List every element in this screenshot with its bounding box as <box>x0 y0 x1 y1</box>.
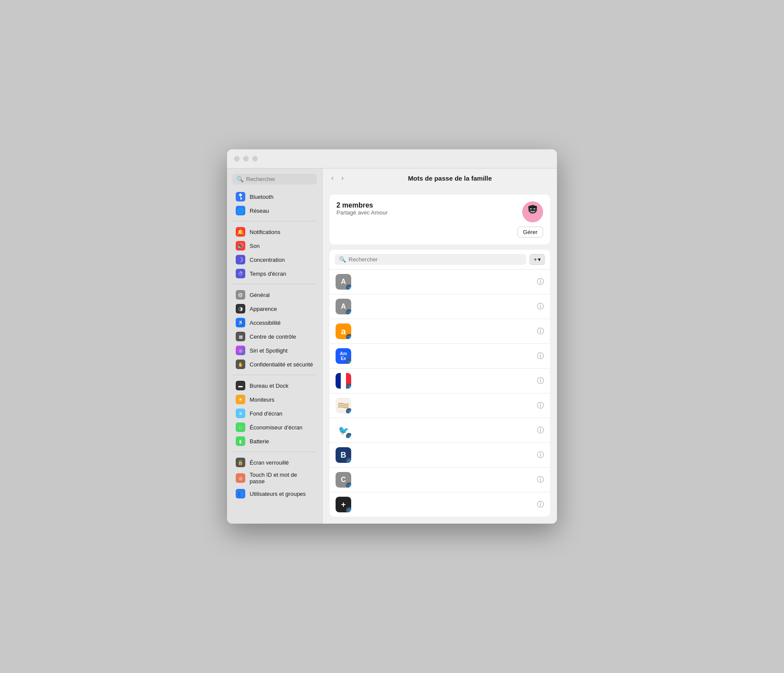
passwords-search-input[interactable] <box>349 256 522 263</box>
info-button[interactable]: ⓘ <box>537 376 544 386</box>
sidebar-item-accessibilite[interactable]: ♿ Accessibilité <box>230 316 320 330</box>
shared-badge: 👥 <box>346 359 351 364</box>
add-password-button[interactable]: + ▾ <box>530 254 545 265</box>
info-button[interactable]: ⓘ <box>537 277 544 287</box>
info-button[interactable]: ⓘ <box>537 475 544 485</box>
siri-icon: ◎ <box>236 346 245 355</box>
concentration-icon: ☽ <box>236 255 245 264</box>
sidebar-item-bureau-dock[interactable]: ▬ Bureau et Dock <box>230 379 320 393</box>
sidebar-search-container: 🔍 <box>227 174 322 189</box>
traffic-lights <box>234 156 258 162</box>
sidebar-section-security: 🔒 Écran verrouillé ◎ Touch ID et mot de … <box>227 455 322 501</box>
content-body: 2 membres Partagé avec Amour <box>323 188 557 524</box>
sidebar-item-siri[interactable]: ◎ Siri et Spotlight <box>230 343 320 357</box>
app-icon-wrap: 👥 <box>336 373 351 389</box>
list-item: C 👥 ⓘ <box>329 468 550 492</box>
content-area: ‹ › Mots de passe de la famille 2 membre… <box>323 168 557 524</box>
fullscreen-button[interactable] <box>252 156 258 162</box>
sidebar-item-batterie[interactable]: ▮ Batterie <box>230 434 320 448</box>
main-layout: 🔍 Bluetooth 🌐 Réseau <box>227 168 557 524</box>
back-button[interactable]: ‹ <box>329 173 335 183</box>
centre-controle-icon: ▦ <box>236 332 245 341</box>
close-button[interactable] <box>234 156 240 162</box>
sidebar-item-label: Siri et Spotlight <box>250 347 287 354</box>
forward-button[interactable]: › <box>339 173 345 183</box>
info-button[interactable]: ⓘ <box>537 451 544 460</box>
info-button[interactable]: ⓘ <box>537 352 544 361</box>
sidebar-item-utilisateurs[interactable]: 👥 Utilisateurs et groupes <box>230 487 320 501</box>
passwords-search-box[interactable]: 🔍 <box>335 254 526 265</box>
info-button[interactable]: ⓘ <box>537 426 544 435</box>
divider-4 <box>232 452 317 452</box>
list-item: B 👥 ⓘ <box>329 443 550 468</box>
members-subtitle: Partagé avec Amour <box>336 209 388 216</box>
sidebar-item-label: Accessibilité <box>250 320 281 326</box>
sidebar-section-preferences: ⚙ Général ◑ Apparence ♿ Accessibilité ▦ … <box>227 287 322 372</box>
list-item: 🐦 👥 ⓘ <box>329 418 550 443</box>
sidebar-item-centre-controle[interactable]: ▦ Centre de contrôle <box>230 330 320 343</box>
sidebar-item-economiseur[interactable]: □ Économiseur d'écran <box>230 420 320 434</box>
touch-id-icon: ◎ <box>236 473 245 483</box>
sidebar-item-fond-ecran[interactable]: ❈ Fond d'écran <box>230 406 320 420</box>
sidebar-item-son[interactable]: 🔊 Son <box>230 239 320 253</box>
minimize-button[interactable] <box>243 156 249 162</box>
list-item: AmEx 👥 ⓘ <box>329 344 550 369</box>
ecran-verrouille-icon: 🔒 <box>236 458 245 467</box>
search-icon: 🔍 <box>339 256 346 263</box>
info-button[interactable]: ⓘ <box>537 500 544 509</box>
confidentialite-icon: ✋ <box>236 360 245 369</box>
titlebar <box>227 149 557 168</box>
sidebar-item-confidentialite[interactable]: ✋ Confidentialité et sécurité <box>230 357 320 371</box>
sidebar-item-label: Bluetooth <box>250 194 273 200</box>
sidebar-item-concentration[interactable]: ☽ Concentration <box>230 253 320 267</box>
page-title: Mots de passe de la famille <box>350 175 550 182</box>
list-item: 👥 ⓘ <box>329 393 550 418</box>
bureau-dock-icon: ▬ <box>236 381 245 390</box>
sidebar-item-apparence[interactable]: ◑ Apparence <box>230 302 320 316</box>
sidebar-item-reseau[interactable]: 🌐 Réseau <box>230 204 320 218</box>
info-button[interactable]: ⓘ <box>537 327 544 336</box>
sidebar-item-touch-id[interactable]: ◎ Touch ID et mot de passe <box>230 469 320 487</box>
gerer-button[interactable]: Gérer <box>517 227 543 238</box>
sidebar-item-label: Touch ID et mot de passe <box>250 472 313 485</box>
window: 🔍 Bluetooth 🌐 Réseau <box>227 149 557 524</box>
apparence-icon: ◑ <box>236 304 245 313</box>
notifications-icon: 🔔 <box>236 227 245 237</box>
shared-badge: 👥 <box>346 507 351 512</box>
sidebar-section-system: 🔔 Notifications 🔊 Son ☽ Concentration ⏱ … <box>227 224 322 281</box>
app-icon-wrap: A 👥 <box>336 299 351 314</box>
avatar <box>522 201 543 222</box>
sidebar-item-notifications[interactable]: 🔔 Notifications <box>230 225 320 239</box>
app-icon-wrap: B 👥 <box>336 447 351 463</box>
app-icon-wrap: 🐦 👥 <box>336 422 351 438</box>
sidebar-item-bluetooth[interactable]: Bluetooth <box>230 190 320 204</box>
accessibilite-icon: ♿ <box>236 318 245 327</box>
shared-badge: 👥 <box>346 458 351 463</box>
shared-badge: 👥 <box>346 383 351 389</box>
sidebar-item-moniteurs[interactable]: ☀ Moniteurs <box>230 393 320 406</box>
list-item: a 👥 ⓘ <box>329 319 550 344</box>
batterie-icon: ▮ <box>236 436 245 446</box>
info-button[interactable]: ⓘ <box>537 401 544 410</box>
list-item: A 👥 ⓘ <box>329 270 550 294</box>
sidebar-item-label: Général <box>250 292 270 298</box>
sidebar-item-label: Concentration <box>250 257 285 263</box>
members-right: Gérer <box>517 201 543 238</box>
sidebar-item-ecran-verrouille[interactable]: 🔒 Écran verrouillé <box>230 455 320 469</box>
passwords-search-row: 🔍 + ▾ <box>329 250 550 270</box>
add-icon: + <box>534 256 537 263</box>
shared-badge: 👥 <box>346 284 351 290</box>
app-icon-wrap: 👥 <box>336 398 351 413</box>
shared-badge: 👥 <box>346 433 351 438</box>
son-icon: 🔊 <box>236 241 245 251</box>
sidebar-search-box[interactable]: 🔍 <box>232 174 317 185</box>
sidebar-item-temps-ecran[interactable]: ⏱ Temps d'écran <box>230 267 320 280</box>
sidebar-search-input[interactable] <box>246 176 313 182</box>
passwords-card: 🔍 + ▾ A 👥 <box>329 250 550 517</box>
shared-badge: 👥 <box>346 482 351 488</box>
info-button[interactable]: ⓘ <box>537 302 544 311</box>
divider-1 <box>232 221 317 221</box>
sidebar-item-general[interactable]: ⚙ Général <box>230 288 320 302</box>
shared-badge: 👥 <box>346 408 351 413</box>
members-info: 2 membres Partagé avec Amour <box>336 201 388 216</box>
